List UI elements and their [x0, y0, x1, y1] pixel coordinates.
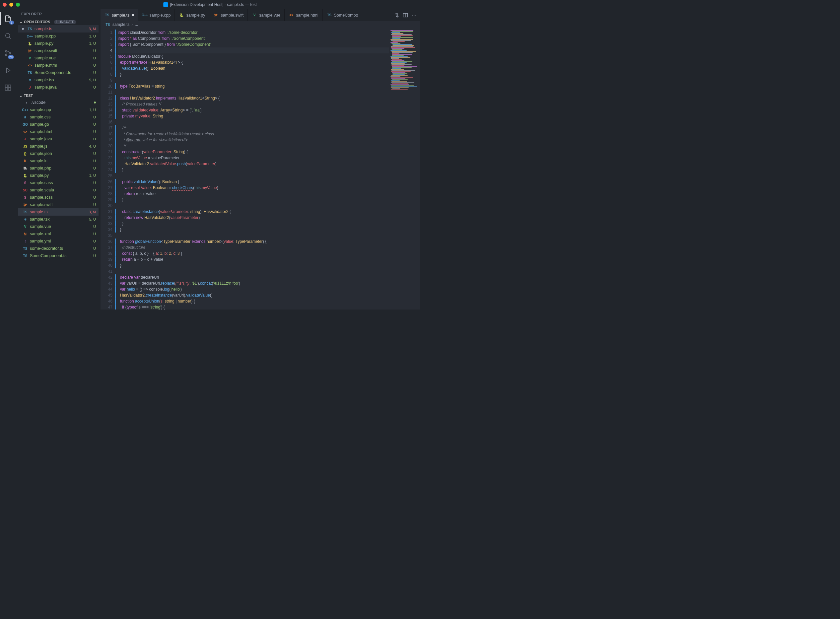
- scm-activity[interactable]: 29: [0, 46, 16, 60]
- file-tree-item[interactable]: JS sample.js 4, U: [18, 143, 99, 150]
- code-line[interactable]: const { a, b, c } = { a: 1, b: 2, c: 3 }: [118, 250, 389, 256]
- file-tree-item[interactable]: <> sample.html U: [18, 128, 99, 135]
- code-line[interactable]: static createInstance(valueParameter: st…: [118, 209, 389, 215]
- line-number[interactable]: 42: [100, 274, 112, 280]
- file-tree-item[interactable]: TS sample.ts 3, M: [18, 208, 99, 215]
- line-number[interactable]: 12: [100, 95, 112, 101]
- debug-activity[interactable]: [0, 64, 16, 77]
- tab-sample.html[interactable]: <> sample.html: [285, 9, 323, 21]
- code-line[interactable]: }: [118, 71, 389, 77]
- code-editor[interactable]: import classDecorator from './some-decor…: [114, 28, 389, 310]
- code-line[interactable]: }: [118, 197, 389, 203]
- file-tree-item[interactable]: TS some-decorator.ts U: [18, 245, 99, 252]
- code-line[interactable]: constructor(valueParameter: String) {: [118, 149, 389, 155]
- line-gutter[interactable]: 1234567891011121314151617181920212223242…: [100, 28, 114, 310]
- tab-sample.ts[interactable]: TS sample.ts: [100, 9, 138, 21]
- code-line[interactable]: var varUrl = declareUrl.replace(/^\s*(.*…: [118, 280, 389, 286]
- line-number[interactable]: 26: [100, 179, 112, 185]
- line-number[interactable]: 34: [100, 227, 112, 233]
- line-number[interactable]: 6: [100, 59, 112, 65]
- file-tree-item[interactable]: K sample.kt U: [18, 157, 99, 164]
- code-line[interactable]: }: [118, 262, 389, 268]
- extensions-activity[interactable]: [0, 81, 16, 94]
- tab-sample.cpp[interactable]: C++ sample.cpp: [138, 9, 175, 21]
- open-editor-item[interactable]: 🕊 sample.swift U: [18, 47, 99, 54]
- code-line[interactable]: */: [118, 143, 389, 149]
- code-line[interactable]: function acceptsUnion(s: string | number…: [118, 298, 389, 304]
- code-line[interactable]: declare var declareUrl: [118, 274, 389, 280]
- file-tree-item[interactable]: V sample.vue U: [18, 223, 99, 230]
- line-number[interactable]: 18: [100, 131, 112, 137]
- line-number[interactable]: 43: [100, 280, 112, 286]
- code-line[interactable]: }: [118, 167, 389, 173]
- line-number[interactable]: 9: [100, 77, 112, 83]
- line-number[interactable]: 30: [100, 203, 112, 209]
- split-editor-icon[interactable]: [403, 13, 408, 18]
- code-line[interactable]: type FooBarAlias = string: [118, 83, 389, 89]
- close-window-icon[interactable]: [3, 3, 7, 7]
- line-number[interactable]: 7: [100, 65, 112, 71]
- tab-sample.vue[interactable]: V sample.vue: [248, 9, 285, 21]
- line-number[interactable]: 2: [100, 36, 112, 42]
- line-number[interactable]: 29: [100, 197, 112, 203]
- line-number[interactable]: 20: [100, 143, 112, 149]
- open-editor-item[interactable]: TS sample.ts 3, M: [18, 25, 99, 33]
- line-number[interactable]: 37: [100, 244, 112, 250]
- tab-sample.swift[interactable]: 🕊 sample.swift: [209, 9, 248, 21]
- open-editor-item[interactable]: V sample.vue U: [18, 54, 99, 62]
- file-tree-item[interactable]: ! sample.yml U: [18, 238, 99, 245]
- open-editors-header[interactable]: ⌄ OPEN EDITORS 1 UNSAVED: [18, 19, 99, 25]
- minimap[interactable]: [389, 28, 420, 310]
- line-number[interactable]: 23: [100, 161, 112, 167]
- code-line[interactable]: var hello = () => console.log('hello'): [118, 286, 389, 292]
- line-number[interactable]: 36: [100, 239, 112, 244]
- code-line[interactable]: * Constructor for <code>HasValidator</co…: [118, 131, 389, 137]
- line-number[interactable]: 21: [100, 149, 112, 155]
- line-number[interactable]: 47: [100, 304, 112, 310]
- line-number[interactable]: 39: [100, 256, 112, 262]
- open-editor-item[interactable]: ⚛ sample.tsx 5, U: [18, 76, 99, 84]
- tab-sample.py[interactable]: 🐍 sample.py: [175, 9, 209, 21]
- code-line[interactable]: module ModuleValidator {: [118, 54, 389, 59]
- line-number[interactable]: 19: [100, 137, 112, 143]
- line-number[interactable]: 1: [100, 30, 112, 36]
- file-tree-item[interactable]: # sample.css U: [18, 114, 99, 121]
- file-tree-item[interactable]: S sample.sass U: [18, 179, 99, 187]
- line-number[interactable]: 40: [100, 262, 112, 268]
- line-number[interactable]: 35: [100, 233, 112, 239]
- line-number[interactable]: 25: [100, 173, 112, 179]
- code-line[interactable]: * @param value for <i>validation</i>: [118, 137, 389, 143]
- code-line[interactable]: this.myValue = valueParameter: [118, 155, 389, 161]
- file-tree-item[interactable]: › .vscode: [18, 99, 99, 106]
- code-line[interactable]: return new HasValidator2(valueParameter): [118, 215, 389, 221]
- line-number[interactable]: 14: [100, 107, 112, 113]
- code-line[interactable]: class HasValidator2 implements HasValida…: [118, 95, 389, 101]
- open-editor-item[interactable]: 🐍 sample.py 1, U: [18, 40, 99, 47]
- line-number[interactable]: 10: [100, 83, 112, 89]
- line-number[interactable]: 44: [100, 286, 112, 292]
- file-tree-item[interactable]: 🕊 sample.swift U: [18, 201, 99, 208]
- file-tree-item[interactable]: 🐘 sample.php U: [18, 164, 99, 172]
- line-number[interactable]: 27: [100, 185, 112, 191]
- open-editor-item[interactable]: J sample.java U: [18, 84, 99, 91]
- code-line[interactable]: [118, 203, 389, 209]
- more-icon[interactable]: ⋯: [411, 12, 417, 18]
- line-number[interactable]: 4: [100, 48, 112, 54]
- open-editor-item[interactable]: TS SomeComponent.ts U: [18, 69, 99, 76]
- line-number[interactable]: 31: [100, 209, 112, 215]
- line-number[interactable]: 5: [100, 54, 112, 59]
- line-number[interactable]: 46: [100, 298, 112, 304]
- line-number[interactable]: 33: [100, 221, 112, 227]
- open-editor-item[interactable]: <> sample.html U: [18, 62, 99, 69]
- code-line[interactable]: static validatedValue: Array<String> = […: [118, 107, 389, 113]
- file-tree-item[interactable]: J sample.java U: [18, 135, 99, 143]
- compare-icon[interactable]: [394, 13, 399, 18]
- line-number[interactable]: 32: [100, 215, 112, 221]
- code-line[interactable]: [118, 268, 389, 274]
- file-tree-item[interactable]: SC sample.scala U: [18, 187, 99, 194]
- code-line[interactable]: [118, 89, 389, 95]
- file-tree-item[interactable]: C++ sample.cpp 1, U: [18, 106, 99, 114]
- tab-SomeCompo[interactable]: TS SomeCompo: [323, 9, 363, 21]
- file-tree-item[interactable]: ℕ sample.xml U: [18, 230, 99, 238]
- line-number[interactable]: 28: [100, 191, 112, 197]
